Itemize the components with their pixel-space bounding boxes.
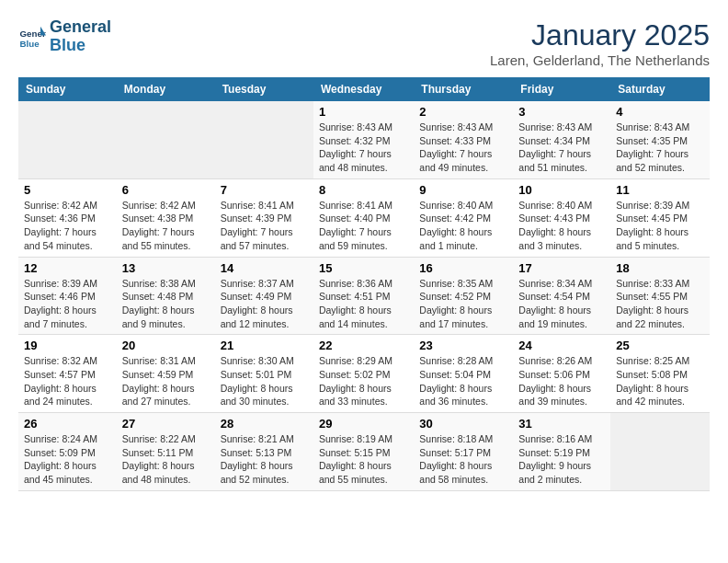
- day-details: Sunrise: 8:41 AM Sunset: 4:39 PM Dayligh…: [221, 199, 308, 253]
- calendar-cell: 8Sunrise: 8:41 AM Sunset: 4:40 PM Daylig…: [313, 178, 414, 257]
- day-details: Sunrise: 8:30 AM Sunset: 5:01 PM Dayligh…: [221, 354, 308, 408]
- day-number: 14: [221, 261, 308, 275]
- day-number: 25: [616, 339, 704, 352]
- day-details: Sunrise: 8:39 AM Sunset: 4:45 PM Dayligh…: [616, 199, 704, 253]
- calendar-cell: 1Sunrise: 8:43 AM Sunset: 4:32 PM Daylig…: [313, 101, 414, 178]
- day-details: Sunrise: 8:40 AM Sunset: 4:43 PM Dayligh…: [518, 199, 605, 253]
- calendar-cell: 22Sunrise: 8:29 AM Sunset: 5:02 PM Dayli…: [313, 335, 414, 413]
- day-details: Sunrise: 8:34 AM Sunset: 4:54 PM Dayligh…: [518, 277, 605, 331]
- day-number: 5: [24, 183, 111, 197]
- day-number: 26: [24, 417, 111, 431]
- header-saturday: Saturday: [610, 77, 710, 101]
- day-details: Sunrise: 8:43 AM Sunset: 4:35 PM Dayligh…: [616, 121, 704, 175]
- day-details: Sunrise: 8:22 AM Sunset: 5:11 PM Dayligh…: [122, 432, 210, 487]
- day-details: Sunrise: 8:16 AM Sunset: 5:19 PM Dayligh…: [518, 432, 605, 487]
- header-wednesday: Wednesday: [313, 77, 414, 101]
- calendar-cell: 25Sunrise: 8:25 AM Sunset: 5:08 PM Dayli…: [610, 335, 710, 413]
- header-friday: Friday: [513, 77, 610, 101]
- day-details: Sunrise: 8:40 AM Sunset: 4:42 PM Dayligh…: [419, 199, 507, 253]
- day-number: 1: [319, 105, 408, 119]
- calendar-cell: 21Sunrise: 8:30 AM Sunset: 5:01 PM Dayli…: [215, 335, 313, 413]
- day-number: 2: [419, 105, 507, 119]
- day-number: 17: [518, 261, 605, 275]
- calendar-cell: 27Sunrise: 8:22 AM Sunset: 5:11 PM Dayli…: [117, 413, 215, 491]
- day-number: 19: [24, 339, 111, 352]
- day-number: 4: [616, 105, 704, 119]
- calendar-cell: 11Sunrise: 8:39 AM Sunset: 4:45 PM Dayli…: [610, 178, 710, 257]
- logo-icon: General Blue: [18, 23, 46, 51]
- header-sunday: Sunday: [18, 77, 117, 101]
- day-number: 10: [518, 183, 605, 197]
- day-number: 7: [221, 183, 308, 197]
- day-details: Sunrise: 8:43 AM Sunset: 4:33 PM Dayligh…: [419, 121, 507, 175]
- calendar-table: SundayMondayTuesdayWednesdayThursdayFrid…: [18, 77, 710, 491]
- calendar-cell: 16Sunrise: 8:35 AM Sunset: 4:52 PM Dayli…: [414, 257, 513, 335]
- day-details: Sunrise: 8:25 AM Sunset: 5:08 PM Dayligh…: [616, 354, 704, 408]
- day-details: Sunrise: 8:31 AM Sunset: 4:59 PM Dayligh…: [122, 354, 210, 408]
- calendar-cell: 24Sunrise: 8:26 AM Sunset: 5:06 PM Dayli…: [513, 335, 610, 413]
- day-number: 16: [419, 261, 507, 275]
- day-details: Sunrise: 8:19 AM Sunset: 5:15 PM Dayligh…: [319, 432, 408, 487]
- page-header: General Blue GeneralBlue January 2025 La…: [18, 18, 710, 68]
- calendar-cell: 28Sunrise: 8:21 AM Sunset: 5:13 PM Dayli…: [215, 413, 313, 491]
- day-details: Sunrise: 8:28 AM Sunset: 5:04 PM Dayligh…: [419, 354, 507, 408]
- day-details: Sunrise: 8:18 AM Sunset: 5:17 PM Dayligh…: [419, 432, 507, 487]
- calendar-cell: 30Sunrise: 8:18 AM Sunset: 5:17 PM Dayli…: [414, 413, 513, 491]
- week-row-0: 1Sunrise: 8:43 AM Sunset: 4:32 PM Daylig…: [18, 101, 710, 178]
- header-thursday: Thursday: [414, 77, 513, 101]
- calendar-cell: [117, 101, 215, 178]
- day-number: 11: [616, 183, 704, 197]
- day-number: 6: [122, 183, 210, 197]
- day-number: 27: [122, 417, 210, 431]
- day-number: 12: [24, 261, 111, 275]
- calendar-cell: 7Sunrise: 8:41 AM Sunset: 4:39 PM Daylig…: [215, 178, 313, 257]
- calendar-cell: [610, 413, 710, 491]
- calendar-cell: 4Sunrise: 8:43 AM Sunset: 4:35 PM Daylig…: [610, 101, 710, 178]
- day-details: Sunrise: 8:35 AM Sunset: 4:52 PM Dayligh…: [419, 277, 507, 331]
- day-number: 15: [319, 261, 408, 275]
- calendar-cell: 23Sunrise: 8:28 AM Sunset: 5:04 PM Dayli…: [414, 335, 513, 413]
- calendar-cell: 17Sunrise: 8:34 AM Sunset: 4:54 PM Dayli…: [513, 257, 610, 335]
- calendar-cell: 18Sunrise: 8:33 AM Sunset: 4:55 PM Dayli…: [610, 257, 710, 335]
- svg-text:Blue: Blue: [20, 38, 40, 48]
- day-number: 31: [518, 417, 605, 431]
- calendar-cell: 13Sunrise: 8:38 AM Sunset: 4:48 PM Dayli…: [117, 257, 215, 335]
- calendar-cell: 20Sunrise: 8:31 AM Sunset: 4:59 PM Dayli…: [117, 335, 215, 413]
- header-monday: Monday: [117, 77, 215, 101]
- day-details: Sunrise: 8:36 AM Sunset: 4:51 PM Dayligh…: [319, 277, 408, 331]
- day-details: Sunrise: 8:43 AM Sunset: 4:32 PM Dayligh…: [319, 121, 408, 175]
- day-number: 28: [221, 417, 308, 431]
- calendar-cell: 26Sunrise: 8:24 AM Sunset: 5:09 PM Dayli…: [18, 413, 117, 491]
- day-number: 8: [319, 183, 408, 197]
- day-number: 20: [122, 339, 210, 352]
- calendar-cell: 12Sunrise: 8:39 AM Sunset: 4:46 PM Dayli…: [18, 257, 117, 335]
- day-details: Sunrise: 8:42 AM Sunset: 4:38 PM Dayligh…: [122, 199, 210, 253]
- day-details: Sunrise: 8:24 AM Sunset: 5:09 PM Dayligh…: [24, 432, 111, 487]
- day-number: 9: [419, 183, 507, 197]
- day-number: 21: [221, 339, 308, 352]
- calendar-cell: 19Sunrise: 8:32 AM Sunset: 4:57 PM Dayli…: [18, 335, 117, 413]
- calendar-cell: 14Sunrise: 8:37 AM Sunset: 4:49 PM Dayli…: [215, 257, 313, 335]
- calendar-cell: 31Sunrise: 8:16 AM Sunset: 5:19 PM Dayli…: [513, 413, 610, 491]
- day-details: Sunrise: 8:32 AM Sunset: 4:57 PM Dayligh…: [24, 354, 111, 408]
- day-details: Sunrise: 8:29 AM Sunset: 5:02 PM Dayligh…: [319, 354, 408, 408]
- calendar-cell: 5Sunrise: 8:42 AM Sunset: 4:36 PM Daylig…: [18, 178, 117, 257]
- header-row: SundayMondayTuesdayWednesdayThursdayFrid…: [18, 77, 710, 101]
- title-block: January 2025 Laren, Gelderland, The Neth…: [490, 18, 710, 68]
- day-number: 22: [319, 339, 408, 352]
- day-number: 29: [319, 417, 408, 431]
- day-number: 24: [518, 339, 605, 352]
- week-row-4: 26Sunrise: 8:24 AM Sunset: 5:09 PM Dayli…: [18, 413, 710, 491]
- calendar-cell: [215, 101, 313, 178]
- day-details: Sunrise: 8:37 AM Sunset: 4:49 PM Dayligh…: [221, 277, 308, 331]
- day-details: Sunrise: 8:38 AM Sunset: 4:48 PM Dayligh…: [122, 277, 210, 331]
- day-number: 3: [518, 105, 605, 119]
- day-details: Sunrise: 8:42 AM Sunset: 4:36 PM Dayligh…: [24, 199, 111, 253]
- location-title: Laren, Gelderland, The Netherlands: [490, 52, 710, 68]
- month-title: January 2025: [490, 18, 710, 52]
- calendar-cell: 3Sunrise: 8:43 AM Sunset: 4:34 PM Daylig…: [513, 101, 610, 178]
- logo: General Blue GeneralBlue: [18, 18, 111, 55]
- week-row-2: 12Sunrise: 8:39 AM Sunset: 4:46 PM Dayli…: [18, 257, 710, 335]
- day-number: 18: [616, 261, 704, 275]
- header-tuesday: Tuesday: [215, 77, 313, 101]
